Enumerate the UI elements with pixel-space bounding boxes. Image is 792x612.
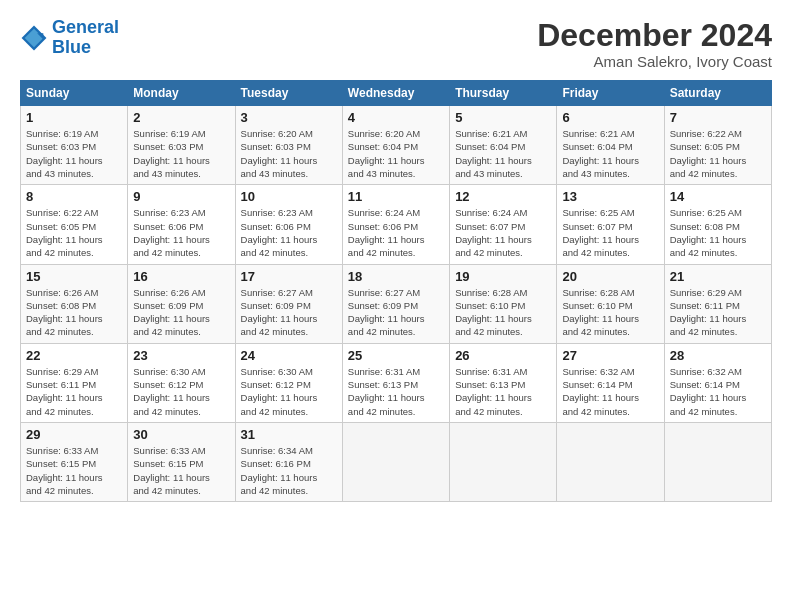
day-info: Sunrise: 6:23 AM Sunset: 6:06 PM Dayligh…	[133, 206, 229, 259]
day-info: Sunrise: 6:21 AM Sunset: 6:04 PM Dayligh…	[455, 127, 551, 180]
day-cell: 21Sunrise: 6:29 AM Sunset: 6:11 PM Dayli…	[664, 264, 771, 343]
day-cell: 19Sunrise: 6:28 AM Sunset: 6:10 PM Dayli…	[450, 264, 557, 343]
day-cell: 12Sunrise: 6:24 AM Sunset: 6:07 PM Dayli…	[450, 185, 557, 264]
day-cell: 9Sunrise: 6:23 AM Sunset: 6:06 PM Daylig…	[128, 185, 235, 264]
day-number: 1	[26, 110, 122, 125]
day-info: Sunrise: 6:22 AM Sunset: 6:05 PM Dayligh…	[670, 127, 766, 180]
header: General Blue December 2024 Aman Salekro,…	[20, 18, 772, 70]
day-info: Sunrise: 6:26 AM Sunset: 6:09 PM Dayligh…	[133, 286, 229, 339]
day-cell: 20Sunrise: 6:28 AM Sunset: 6:10 PM Dayli…	[557, 264, 664, 343]
week-row-1: 1Sunrise: 6:19 AM Sunset: 6:03 PM Daylig…	[21, 106, 772, 185]
day-number: 23	[133, 348, 229, 363]
day-cell	[557, 422, 664, 501]
day-number: 31	[241, 427, 337, 442]
day-info: Sunrise: 6:19 AM Sunset: 6:03 PM Dayligh…	[133, 127, 229, 180]
day-number: 25	[348, 348, 444, 363]
day-number: 5	[455, 110, 551, 125]
day-cell: 17Sunrise: 6:27 AM Sunset: 6:09 PM Dayli…	[235, 264, 342, 343]
page: General Blue December 2024 Aman Salekro,…	[0, 0, 792, 512]
day-cell: 30Sunrise: 6:33 AM Sunset: 6:15 PM Dayli…	[128, 422, 235, 501]
day-number: 20	[562, 269, 658, 284]
day-info: Sunrise: 6:25 AM Sunset: 6:08 PM Dayligh…	[670, 206, 766, 259]
day-info: Sunrise: 6:23 AM Sunset: 6:06 PM Dayligh…	[241, 206, 337, 259]
week-row-4: 22Sunrise: 6:29 AM Sunset: 6:11 PM Dayli…	[21, 343, 772, 422]
day-number: 30	[133, 427, 229, 442]
day-info: Sunrise: 6:20 AM Sunset: 6:04 PM Dayligh…	[348, 127, 444, 180]
day-number: 9	[133, 189, 229, 204]
day-cell: 18Sunrise: 6:27 AM Sunset: 6:09 PM Dayli…	[342, 264, 449, 343]
day-number: 6	[562, 110, 658, 125]
day-info: Sunrise: 6:33 AM Sunset: 6:15 PM Dayligh…	[133, 444, 229, 497]
day-number: 11	[348, 189, 444, 204]
day-cell: 23Sunrise: 6:30 AM Sunset: 6:12 PM Dayli…	[128, 343, 235, 422]
day-info: Sunrise: 6:27 AM Sunset: 6:09 PM Dayligh…	[348, 286, 444, 339]
day-info: Sunrise: 6:25 AM Sunset: 6:07 PM Dayligh…	[562, 206, 658, 259]
header-tuesday: Tuesday	[235, 81, 342, 106]
day-cell: 11Sunrise: 6:24 AM Sunset: 6:06 PM Dayli…	[342, 185, 449, 264]
day-info: Sunrise: 6:20 AM Sunset: 6:03 PM Dayligh…	[241, 127, 337, 180]
day-cell: 31Sunrise: 6:34 AM Sunset: 6:16 PM Dayli…	[235, 422, 342, 501]
day-cell	[450, 422, 557, 501]
week-row-5: 29Sunrise: 6:33 AM Sunset: 6:15 PM Dayli…	[21, 422, 772, 501]
header-sunday: Sunday	[21, 81, 128, 106]
day-number: 28	[670, 348, 766, 363]
day-info: Sunrise: 6:32 AM Sunset: 6:14 PM Dayligh…	[562, 365, 658, 418]
day-info: Sunrise: 6:29 AM Sunset: 6:11 PM Dayligh…	[26, 365, 122, 418]
week-row-2: 8Sunrise: 6:22 AM Sunset: 6:05 PM Daylig…	[21, 185, 772, 264]
day-info: Sunrise: 6:30 AM Sunset: 6:12 PM Dayligh…	[241, 365, 337, 418]
logo: General Blue	[20, 18, 119, 58]
location-subtitle: Aman Salekro, Ivory Coast	[537, 53, 772, 70]
day-info: Sunrise: 6:29 AM Sunset: 6:11 PM Dayligh…	[670, 286, 766, 339]
day-number: 17	[241, 269, 337, 284]
day-info: Sunrise: 6:34 AM Sunset: 6:16 PM Dayligh…	[241, 444, 337, 497]
calendar: SundayMondayTuesdayWednesdayThursdayFrid…	[20, 80, 772, 502]
day-number: 12	[455, 189, 551, 204]
day-cell: 25Sunrise: 6:31 AM Sunset: 6:13 PM Dayli…	[342, 343, 449, 422]
title-block: December 2024 Aman Salekro, Ivory Coast	[537, 18, 772, 70]
day-cell: 4Sunrise: 6:20 AM Sunset: 6:04 PM Daylig…	[342, 106, 449, 185]
day-cell	[664, 422, 771, 501]
day-number: 24	[241, 348, 337, 363]
day-number: 16	[133, 269, 229, 284]
logo-general: General	[52, 17, 119, 37]
header-thursday: Thursday	[450, 81, 557, 106]
day-info: Sunrise: 6:26 AM Sunset: 6:08 PM Dayligh…	[26, 286, 122, 339]
day-cell: 3Sunrise: 6:20 AM Sunset: 6:03 PM Daylig…	[235, 106, 342, 185]
day-cell: 28Sunrise: 6:32 AM Sunset: 6:14 PM Dayli…	[664, 343, 771, 422]
day-number: 22	[26, 348, 122, 363]
day-info: Sunrise: 6:33 AM Sunset: 6:15 PM Dayligh…	[26, 444, 122, 497]
day-number: 27	[562, 348, 658, 363]
day-cell: 26Sunrise: 6:31 AM Sunset: 6:13 PM Dayli…	[450, 343, 557, 422]
day-cell: 6Sunrise: 6:21 AM Sunset: 6:04 PM Daylig…	[557, 106, 664, 185]
day-number: 29	[26, 427, 122, 442]
day-number: 19	[455, 269, 551, 284]
day-number: 8	[26, 189, 122, 204]
day-info: Sunrise: 6:31 AM Sunset: 6:13 PM Dayligh…	[348, 365, 444, 418]
day-number: 13	[562, 189, 658, 204]
calendar-header-row: SundayMondayTuesdayWednesdayThursdayFrid…	[21, 81, 772, 106]
logo-blue: Blue	[52, 37, 91, 57]
day-info: Sunrise: 6:30 AM Sunset: 6:12 PM Dayligh…	[133, 365, 229, 418]
logo-icon	[20, 24, 48, 52]
day-number: 3	[241, 110, 337, 125]
day-number: 7	[670, 110, 766, 125]
day-cell: 2Sunrise: 6:19 AM Sunset: 6:03 PM Daylig…	[128, 106, 235, 185]
header-wednesday: Wednesday	[342, 81, 449, 106]
day-number: 2	[133, 110, 229, 125]
day-info: Sunrise: 6:28 AM Sunset: 6:10 PM Dayligh…	[562, 286, 658, 339]
day-info: Sunrise: 6:21 AM Sunset: 6:04 PM Dayligh…	[562, 127, 658, 180]
day-number: 10	[241, 189, 337, 204]
day-cell: 5Sunrise: 6:21 AM Sunset: 6:04 PM Daylig…	[450, 106, 557, 185]
day-cell: 13Sunrise: 6:25 AM Sunset: 6:07 PM Dayli…	[557, 185, 664, 264]
day-cell: 7Sunrise: 6:22 AM Sunset: 6:05 PM Daylig…	[664, 106, 771, 185]
day-info: Sunrise: 6:24 AM Sunset: 6:06 PM Dayligh…	[348, 206, 444, 259]
month-title: December 2024	[537, 18, 772, 53]
day-info: Sunrise: 6:27 AM Sunset: 6:09 PM Dayligh…	[241, 286, 337, 339]
day-cell: 1Sunrise: 6:19 AM Sunset: 6:03 PM Daylig…	[21, 106, 128, 185]
day-cell: 16Sunrise: 6:26 AM Sunset: 6:09 PM Dayli…	[128, 264, 235, 343]
week-row-3: 15Sunrise: 6:26 AM Sunset: 6:08 PM Dayli…	[21, 264, 772, 343]
header-monday: Monday	[128, 81, 235, 106]
day-number: 18	[348, 269, 444, 284]
day-info: Sunrise: 6:32 AM Sunset: 6:14 PM Dayligh…	[670, 365, 766, 418]
day-cell: 8Sunrise: 6:22 AM Sunset: 6:05 PM Daylig…	[21, 185, 128, 264]
